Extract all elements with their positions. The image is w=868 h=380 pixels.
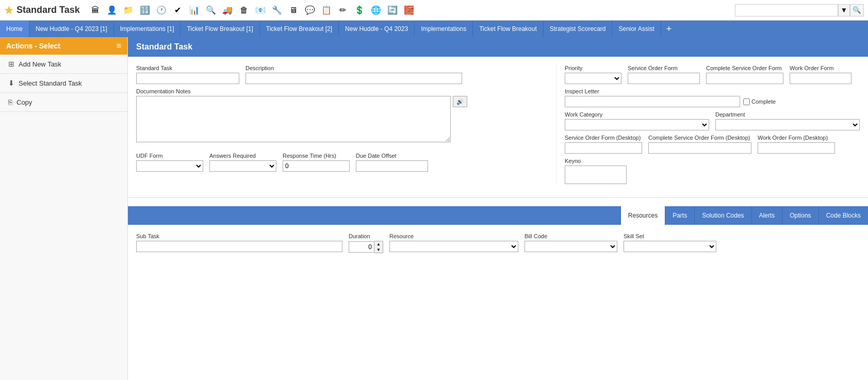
sof-desktop-group: Service Order Form (Desktop) [565, 135, 642, 154]
resource-select[interactable] [389, 241, 518, 252]
form-row-1: Standard Task Description Documentation … [136, 65, 860, 184]
keyno-label: Keyno [565, 158, 860, 164]
response-time-input[interactable] [283, 160, 350, 172]
keyno-input[interactable] [565, 166, 627, 184]
duration-label: Duration [349, 233, 383, 239]
dollar-icon[interactable]: 💲 [352, 3, 367, 18]
duration-up-button[interactable]: ▲ [374, 241, 383, 247]
csof-desktop-input[interactable] [648, 142, 751, 154]
documentation-notes-textarea[interactable] [136, 96, 451, 142]
response-time-label: Response Time (Hrs) [283, 153, 350, 159]
calendar-badge-icon[interactable]: 🔢 [138, 3, 152, 18]
standard-task-input[interactable] [136, 73, 239, 84]
table-icon[interactable]: 📊 [187, 3, 202, 18]
bottom-form-row: Sub Task Duration ▲ ▼ [136, 233, 860, 253]
priority-row: Priority Service Order Form Complete Ser… [565, 65, 860, 84]
complete-service-order-form-input[interactable] [706, 73, 783, 84]
chat-icon[interactable]: 💬 [303, 3, 317, 18]
add-icon: ⊞ [8, 60, 14, 68]
inspect-letter-input[interactable] [565, 96, 740, 107]
tab-ticket-flow-2[interactable]: Ticket Flow Breakout [2] [260, 21, 339, 37]
sof-desktop-input[interactable] [565, 142, 642, 154]
udf-form-select[interactable] [136, 160, 203, 172]
bill-code-select[interactable] [525, 241, 617, 252]
search-button[interactable]: ▼ [838, 4, 850, 16]
clock-icon[interactable]: 🕐 [154, 3, 169, 18]
tab-new-huddle-q4-1[interactable]: New Huddle - Q4 2023 [1] [29, 21, 114, 37]
app-title: ★ Standard Task [4, 4, 80, 16]
duration-down-button[interactable]: ▼ [374, 247, 383, 253]
person-icon[interactable]: 👤 [105, 3, 119, 18]
search-input[interactable] [735, 4, 838, 16]
department-label: Department [715, 111, 860, 118]
tab-parts[interactable]: Parts [665, 206, 694, 225]
doc-notes-row: 🔊 [136, 96, 550, 142]
sidebar-menu-icon[interactable]: ≡ [117, 41, 121, 51]
work-cat-dept-row: Work Category Department [565, 111, 860, 130]
refresh-icon[interactable]: 🔄 [385, 3, 400, 18]
duration-input[interactable] [349, 241, 374, 253]
work-order-form-input[interactable] [790, 73, 851, 84]
checkmark-icon[interactable]: ✔ [171, 3, 185, 18]
response-time-group: Response Time (Hrs) [283, 153, 350, 172]
tab-solution-codes[interactable]: Solution Codes [694, 206, 751, 225]
bottom-form: Sub Task Duration ▲ ▼ [128, 225, 868, 261]
clipboard-icon[interactable]: 📋 [319, 3, 334, 18]
screen-icon[interactable]: 🖥 [286, 3, 301, 18]
sidebar-header: Actions - Select ≡ [0, 37, 127, 55]
tab-ticket-flow[interactable]: Ticket Flow Breakout [473, 21, 544, 37]
sidebar-item-add-new-task[interactable]: ⊞ Add New Task [0, 55, 127, 74]
inspect-letter-label: Inspect Letter [565, 88, 860, 94]
skill-set-select[interactable] [624, 241, 716, 252]
work-category-select[interactable] [565, 119, 709, 130]
folder-icon[interactable]: 📁 [121, 3, 136, 18]
duration-wrap: ▲ ▼ [349, 241, 383, 253]
service-order-form-input[interactable] [628, 73, 700, 84]
add-tab-button[interactable]: + [661, 21, 677, 37]
due-date-offset-input[interactable] [356, 160, 428, 172]
wof-desktop-group: Work Order Form (Desktop) [758, 135, 835, 154]
search-go-button[interactable]: 🔍 [850, 4, 864, 16]
sidebar-item-select-standard-task[interactable]: ⬇ Select Standard Task [0, 74, 127, 93]
content-header: Standard Task [128, 37, 868, 57]
main-form-section: Standard Task Description Documentation … [128, 57, 868, 198]
keyno-group: Keyno [565, 158, 860, 184]
tab-resources[interactable]: Resources [620, 206, 665, 225]
basket-icon[interactable]: 🗑 [237, 3, 251, 18]
audio-button[interactable]: 🔊 [453, 96, 467, 107]
tools-icon[interactable]: 🔧 [270, 3, 284, 18]
complete-checkbox[interactable] [743, 98, 750, 105]
search-blue-icon[interactable]: 🔍 [204, 3, 218, 18]
sub-task-input[interactable] [136, 241, 342, 252]
tab-ticket-flow-1[interactable]: Ticket Flow Breakout [1] [181, 21, 259, 37]
answers-required-select[interactable] [209, 160, 276, 172]
brick-icon[interactable]: 🧱 [402, 3, 416, 18]
tab-implementations-1[interactable]: Implementations [1] [114, 21, 181, 37]
pen-icon[interactable]: ✏ [336, 3, 350, 18]
tab-implementations[interactable]: Implementations [415, 21, 473, 37]
tab-strategist-scorecard[interactable]: Strategist Scorecard [544, 21, 613, 37]
wof-desktop-input[interactable] [758, 142, 835, 154]
description-input[interactable] [245, 73, 462, 84]
search-box-wrap: ▼ 🔍 [735, 4, 864, 16]
tab-senior-assist[interactable]: Senior Assist [612, 21, 661, 37]
department-group: Department [715, 111, 860, 130]
tab-new-huddle-q4[interactable]: New Huddle - Q4 2023 [339, 21, 415, 37]
answers-required-group: Answers Required [209, 153, 276, 172]
tab-alerts[interactable]: Alerts [751, 206, 782, 225]
truck-icon[interactable]: 🚚 [220, 3, 235, 18]
sidebar-item-copy[interactable]: ⎘ Copy [0, 93, 127, 112]
building-icon[interactable]: 🏛 [88, 3, 103, 18]
csof-desktop-label: Complete Service Order Form (Desktop) [648, 135, 751, 141]
globe-icon[interactable]: 🌐 [369, 3, 383, 18]
tab-home[interactable]: Home [0, 21, 29, 37]
envelope-icon[interactable]: 📧 [253, 3, 268, 18]
due-date-offset-label: Due Date Offset [356, 153, 428, 159]
due-date-offset-group: Due Date Offset [356, 153, 428, 172]
tab-options[interactable]: Options [782, 206, 818, 225]
department-select[interactable] [715, 119, 860, 130]
tab-code-blocks[interactable]: Code Blocks [818, 206, 868, 225]
priority-select[interactable] [565, 73, 621, 84]
sidebar-item-add-new-task-label: Add New Task [19, 60, 61, 68]
sidebar: Actions - Select ≡ ⊞ Add New Task ⬇ Sele… [0, 37, 128, 380]
